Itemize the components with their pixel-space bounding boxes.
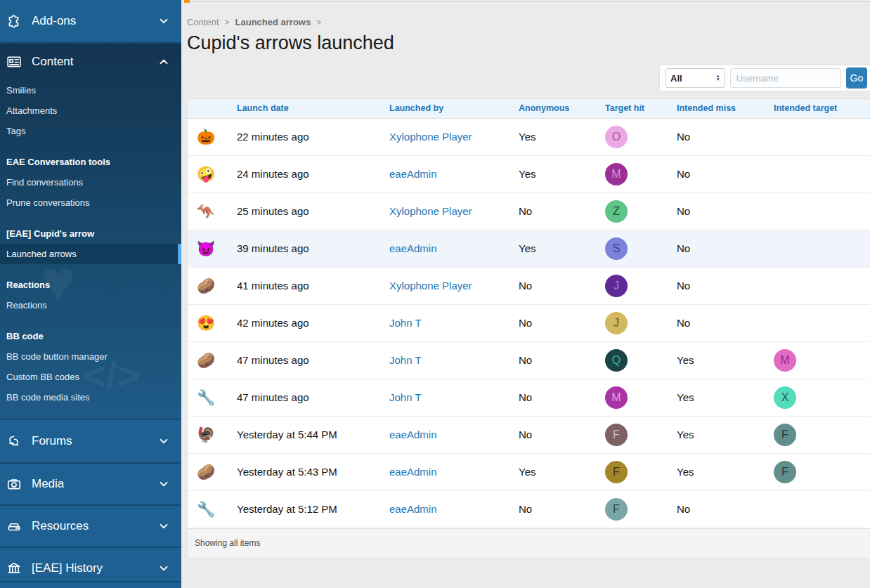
sidebar-item-find-conversations[interactable]: Find conversations bbox=[0, 172, 181, 192]
target-hit-avatar[interactable]: J bbox=[605, 312, 628, 334]
target-hit-avatar[interactable]: Z bbox=[605, 200, 628, 223]
intended-miss-value: No bbox=[677, 192, 774, 230]
launched-by-link[interactable]: Xylophone Player bbox=[389, 131, 472, 143]
sidebar-section-forums[interactable]: Forums bbox=[0, 420, 181, 462]
anonymous-value: No bbox=[519, 341, 605, 379]
launched-by-link[interactable]: John T bbox=[389, 317, 422, 329]
table-row: 🥔Yesterday at 5:43 PMeaeAdminYesFYesF bbox=[188, 453, 870, 490]
anonymous-value: No bbox=[519, 416, 605, 453]
sidebar-section-media[interactable]: Media bbox=[0, 462, 181, 504]
target-hit-avatar[interactable]: M bbox=[605, 163, 628, 185]
username-filter-input[interactable] bbox=[730, 68, 841, 88]
chat-icon bbox=[6, 433, 25, 449]
launched-by-link[interactable]: John T bbox=[389, 391, 422, 403]
sidebar-section-label: Add-ons bbox=[32, 14, 157, 28]
breadcrumb-separator-icon: > bbox=[316, 18, 321, 27]
drive-icon bbox=[6, 518, 25, 534]
sidebar-item-reactions[interactable]: Reactions bbox=[0, 295, 181, 315]
sidebar-group-heading-eae-conversation-tools: EAE Conversation tools bbox=[0, 152, 181, 172]
anonymous-value: No bbox=[519, 304, 605, 341]
potato-emoji: 🥔 bbox=[197, 464, 215, 480]
launched-by-link[interactable]: Xylophone Player bbox=[389, 205, 472, 217]
anonymous-value: No bbox=[519, 379, 605, 416]
intended-miss-value: No bbox=[677, 118, 774, 155]
launch-date: Yesterday at 5:12 PM bbox=[237, 490, 389, 528]
intended-target-avatar[interactable]: F bbox=[774, 424, 796, 446]
table-footer: Showing all items bbox=[188, 528, 870, 558]
launch-date: 39 minutes ago bbox=[237, 230, 389, 267]
wrench-emoji: 🔧 bbox=[197, 389, 215, 405]
intended-miss-value: Yes bbox=[677, 416, 774, 453]
sidebar-item-bb-code-media-sites[interactable]: BB code media sites bbox=[0, 387, 181, 407]
target-hit-avatar[interactable]: S bbox=[605, 237, 628, 260]
launched-by-link[interactable]: Xylophone Player bbox=[389, 280, 472, 292]
intended-miss-value: No bbox=[677, 230, 774, 267]
target-hit-avatar[interactable]: O bbox=[605, 126, 628, 148]
sidebar-item-attachments[interactable]: Attachments bbox=[0, 100, 181, 121]
launch-date: Yesterday at 5:43 PM bbox=[237, 453, 389, 490]
launched-by-link[interactable]: eaeAdmin bbox=[389, 168, 437, 180]
target-hit-avatar[interactable]: J bbox=[605, 275, 628, 297]
sidebar-header-content[interactable]: Content bbox=[0, 44, 181, 80]
sidebar-item-launched-arrows[interactable]: Launched arrows bbox=[0, 244, 181, 264]
target-hit-avatar[interactable]: F bbox=[605, 498, 628, 521]
sidebar-section-label: Content bbox=[32, 55, 157, 69]
anonymous-value: No bbox=[519, 267, 605, 304]
sidebar-item-smilies[interactable]: Smilies bbox=[0, 80, 181, 100]
turkey-emoji: 🦃 bbox=[197, 426, 215, 443]
intended-miss-value: No bbox=[677, 267, 774, 304]
admin-sidebar: Add-onsContent♥</>SmiliesAttachmentsTags… bbox=[0, 0, 181, 588]
launch-date: 22 minutes ago bbox=[237, 118, 389, 155]
sidebar-group-heading-reactions: Reactions bbox=[0, 275, 181, 295]
chevron-down-icon bbox=[157, 15, 170, 27]
jack-o-lantern-emoji: 🎃 bbox=[197, 129, 215, 145]
launched-by-link[interactable]: eaeAdmin bbox=[389, 466, 437, 478]
launch-date: 25 minutes ago bbox=[237, 192, 389, 230]
intended-target-avatar[interactable]: F bbox=[774, 461, 796, 483]
launched-by-link[interactable]: John T bbox=[389, 354, 422, 366]
chevron-down-icon bbox=[157, 435, 170, 447]
sidebar-section-label: Media bbox=[32, 477, 157, 491]
col-intended-miss: Intended miss bbox=[677, 99, 774, 118]
go-button[interactable]: Go bbox=[846, 67, 867, 89]
angry-face-with-horns-emoji: 👿 bbox=[197, 240, 215, 256]
sidebar-item-tags[interactable]: Tags bbox=[0, 121, 181, 141]
sidebar-item-custom-bb-codes[interactable]: Custom BB codes bbox=[0, 367, 181, 387]
launched-by-link[interactable]: eaeAdmin bbox=[389, 242, 437, 254]
table-row: 🔧47 minutes agoJohn TNoMYesX bbox=[188, 379, 870, 416]
table-row: 🔧Yesterday at 5:12 PMeaeAdminNoFNo bbox=[188, 490, 870, 528]
target-hit-avatar[interactable]: M bbox=[605, 386, 628, 409]
table-row: 🦘25 minutes agoXylophone PlayerNoZNo bbox=[188, 192, 870, 230]
col-target-hit: Target hit bbox=[605, 99, 677, 118]
table-row: 🎃22 minutes agoXylophone PlayerYesONo bbox=[188, 118, 870, 155]
potato-emoji: 🥔 bbox=[197, 277, 215, 294]
breadcrumb-content[interactable]: Content bbox=[187, 17, 219, 27]
table-row: 😍42 minutes agoJohn TNoJNo bbox=[188, 304, 870, 341]
launched-by-link[interactable]: eaeAdmin bbox=[389, 503, 437, 515]
filter-type-select[interactable]: All ▲▼ bbox=[666, 68, 725, 88]
col-emoji bbox=[188, 99, 237, 118]
top-divider-line bbox=[184, 1, 870, 2]
target-hit-avatar[interactable]: F bbox=[605, 424, 628, 446]
target-hit-avatar[interactable]: F bbox=[605, 461, 628, 483]
chevron-down-icon bbox=[157, 520, 170, 533]
sidebar-item-prune-conversations[interactable]: Prune conversations bbox=[0, 192, 181, 213]
sidebar-item-bb-code-button-manager[interactable]: BB code button manager bbox=[0, 346, 181, 367]
orange-scroll-notch bbox=[184, 0, 190, 3]
heart-eyes-emoji: 😍 bbox=[197, 315, 215, 331]
sidebar-section-add-ons[interactable]: Add-ons bbox=[0, 0, 181, 42]
target-hit-avatar[interactable]: Q bbox=[605, 349, 628, 372]
table-row: 🦃Yesterday at 5:44 PMeaeAdminNoFYesF bbox=[188, 416, 870, 453]
wrench-emoji: 🔧 bbox=[197, 501, 215, 517]
sidebar-section-partial[interactable] bbox=[0, 581, 181, 588]
sidebar-group-heading-eae-cupid-s-arrow: [EAE] Cupid's arrow bbox=[0, 223, 181, 244]
breadcrumb-launched-arrows[interactable]: Launched arrows bbox=[235, 17, 311, 27]
anonymous-value: No bbox=[519, 490, 605, 528]
chevron-up-icon bbox=[157, 55, 170, 68]
main-content: Content > Launched arrows > Cupid's arro… bbox=[181, 0, 870, 588]
intended-target-avatar[interactable]: X bbox=[774, 386, 796, 409]
table-header-row: Launch date Launched by Anonymous Target… bbox=[188, 99, 870, 118]
launched-by-link[interactable]: eaeAdmin bbox=[389, 429, 437, 440]
intended-target-avatar[interactable]: M bbox=[774, 349, 796, 372]
sidebar-section-resources[interactable]: Resources bbox=[0, 504, 181, 547]
